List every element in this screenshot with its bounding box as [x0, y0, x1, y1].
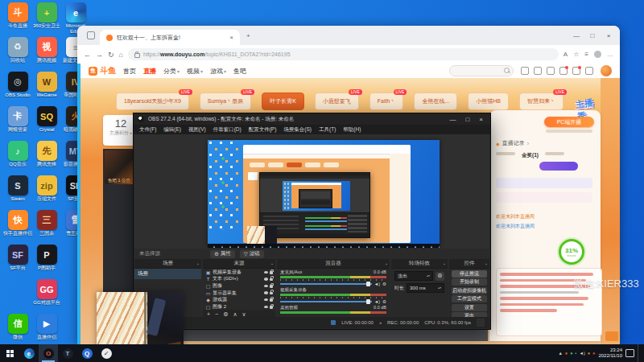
desktop-icon[interactable]: ♻ 回收站	[3, 36, 32, 71]
sidebar-tab-bar[interactable]	[496, 152, 515, 155]
remove-source-icon[interactable]: −	[215, 311, 218, 317]
record-link[interactable]: 直播记录	[496, 139, 529, 147]
desktop-icon[interactable]: 快 快手直播伴侣	[3, 209, 32, 244]
transition-select[interactable]: 淡出 ▴▾	[394, 271, 433, 281]
menu-item[interactable]: 帮助(H)	[343, 126, 361, 134]
tab-search-icon[interactable]	[87, 31, 95, 39]
streamer-tab[interactable]: 小熊猫HB LIVE	[468, 93, 509, 110]
header-icon[interactable]	[559, 67, 568, 75]
streamer-tab[interactable]: Sumiya丶墨辰 LIVE	[200, 93, 251, 110]
minimize-icon[interactable]: —	[568, 32, 584, 39]
obs-title-bar[interactable]: OBS 27.2.4 (64-bit, windows) - 配置文件: 未命名…	[134, 113, 490, 125]
desktop-icon[interactable]: 卡 网银管家	[3, 105, 32, 140]
taskbar-app[interactable]: O	[39, 344, 58, 362]
member-pill[interactable]	[539, 162, 578, 171]
scene-item[interactable]: 场景	[134, 269, 201, 279]
header-icon[interactable]	[572, 67, 580, 75]
streamer-tab[interactable]: 智慧归来丶 LIVE	[519, 93, 564, 110]
source-row[interactable]: T 文本 (GDI+)	[203, 276, 275, 283]
nav-item[interactable]: 分类	[163, 67, 180, 76]
header-icon[interactable]	[521, 67, 529, 75]
lock-icon[interactable]	[270, 298, 273, 302]
search-input[interactable]	[449, 65, 514, 76]
control-button[interactable]: 设置	[452, 304, 487, 311]
source-row[interactable]: ▢ 图像 2	[203, 303, 275, 310]
user-avatar[interactable]	[601, 65, 612, 76]
menu-item[interactable]: 文件(F)	[139, 126, 156, 134]
header-icon[interactable]	[534, 67, 542, 75]
desktop-icon[interactable]: 斗 斗鱼直播	[3, 2, 32, 36]
taskbar-app[interactable]: e	[19, 344, 39, 362]
streamer-tab[interactable]: Faith丶 LIVE	[369, 93, 404, 110]
streamer-tab[interactable]: 小鹿想要飞 LIVE	[315, 93, 359, 110]
control-button[interactable]: 启动虚拟摄像机	[452, 287, 487, 294]
desktop-icon[interactable]: S Steam	[3, 175, 32, 209]
show-desktop-button[interactable]	[638, 344, 641, 362]
visibility-eye-icon[interactable]	[264, 298, 268, 302]
tab-close-icon[interactable]: ×	[229, 34, 233, 41]
visibility-eye-icon[interactable]	[264, 271, 268, 274]
volume-slider[interactable]	[280, 301, 372, 302]
profile-avatar[interactable]	[594, 51, 601, 58]
transition-gear-button[interactable]: ⚙	[436, 272, 444, 281]
menu-item[interactable]: 视图(V)	[188, 126, 206, 134]
tray-icon[interactable]: ●	[565, 351, 568, 356]
douyu-logo[interactable]: 鱼 斗鱼	[89, 65, 116, 76]
home-icon[interactable]: ⌂	[119, 51, 123, 59]
reload-icon[interactable]: ↻	[108, 51, 114, 59]
address-bar[interactable]: https://www.douyu.com/topic/KHS11_DOTA2?…	[128, 48, 559, 60]
lock-icon[interactable]	[270, 285, 273, 288]
visibility-eye-icon[interactable]	[264, 278, 268, 281]
action-center-icon[interactable]	[625, 349, 634, 357]
collections-icon[interactable]: ≡	[584, 51, 588, 58]
desktop-icon[interactable]: 三 三国杀	[32, 209, 61, 244]
new-tab-button[interactable]: +	[246, 32, 250, 39]
browser-tab[interactable]: 狂欢双十一、上车拆盲盒! ×	[100, 30, 240, 45]
taskbar-app[interactable]: ✓	[97, 344, 116, 362]
desktop-icon[interactable]: + 360安全卫士	[32, 2, 61, 36]
menu-item[interactable]: 编辑(E)	[163, 126, 181, 134]
nav-item[interactable]: 首页	[123, 67, 136, 76]
back-icon[interactable]: ←	[84, 51, 91, 59]
streamer-tab[interactable]: 全熊在线... LIVE	[414, 93, 457, 110]
volume-slider[interactable]	[280, 283, 372, 285]
visibility-eye-icon[interactable]	[264, 285, 268, 288]
lock-icon[interactable]	[270, 271, 273, 274]
taskbar-app[interactable]: Q	[77, 344, 97, 362]
control-button[interactable]: 停止推流	[452, 270, 487, 278]
desktop-icon[interactable]: zip 压缩文件	[32, 175, 61, 209]
more-menu-icon[interactable]: …	[607, 51, 613, 58]
properties-button[interactable]: ⚙属性	[210, 250, 235, 258]
visibility-eye-icon[interactable]	[264, 306, 268, 309]
desktop-icon[interactable]: ▶ 直播伴侣	[32, 313, 61, 348]
menu-item[interactable]: 工具(T)	[319, 126, 336, 134]
desktop-icon[interactable]: 先 腾讯先锋	[32, 140, 61, 175]
nav-item[interactable]: 视频	[187, 67, 203, 76]
tray-icon[interactable]: ●	[570, 351, 572, 356]
taskbar-clock[interactable]: 23:24 2022/11/10	[598, 348, 622, 359]
tray-icon[interactable]: ▪	[576, 351, 577, 356]
streamer-tab[interactable]: 18yearsold天狼少年X9 LIVE	[116, 93, 189, 110]
header-icon[interactable]	[547, 67, 555, 75]
fishbar-thumbnail[interactable]: 鱼吧 1 公告	[105, 150, 134, 184]
start-button[interactable]	[0, 344, 19, 362]
source-row[interactable]: ◆ 游戏源	[203, 296, 275, 303]
minimize-icon[interactable]: —	[449, 116, 456, 123]
filters-button[interactable]: ▽滤镜	[240, 250, 264, 258]
streamer-tab[interactable]: 叶子长青K LIVE	[262, 93, 304, 110]
favorite-star-icon[interactable]: ☆	[573, 51, 579, 58]
menu-item[interactable]: 配置文件(P)	[249, 126, 277, 134]
desktop-icon[interactable]: ♪ QQ音乐	[3, 140, 32, 175]
desktop-icon[interactable]: ◎ OBS Studio	[3, 71, 32, 105]
source-row[interactable]: ▣ 视频采集设备	[203, 269, 275, 276]
speaker-icon[interactable]: ◄)	[374, 299, 380, 304]
desktop-icon[interactable]: 信 微信	[3, 313, 32, 348]
speaker-icon[interactable]: ◄)	[374, 282, 380, 286]
maximize-icon[interactable]: □	[465, 116, 469, 123]
duration-input[interactable]: 300 ms ▴▾	[407, 283, 444, 293]
menu-item[interactable]: 停靠窗口(D)	[213, 126, 242, 134]
source-row[interactable]: ▭ 显示器采集	[203, 290, 275, 297]
sidebar-tab-bar[interactable]	[545, 152, 564, 155]
menu-item[interactable]: 场景集合(S)	[283, 126, 312, 134]
desktop-icon[interactable]: P P图助手	[32, 244, 61, 278]
